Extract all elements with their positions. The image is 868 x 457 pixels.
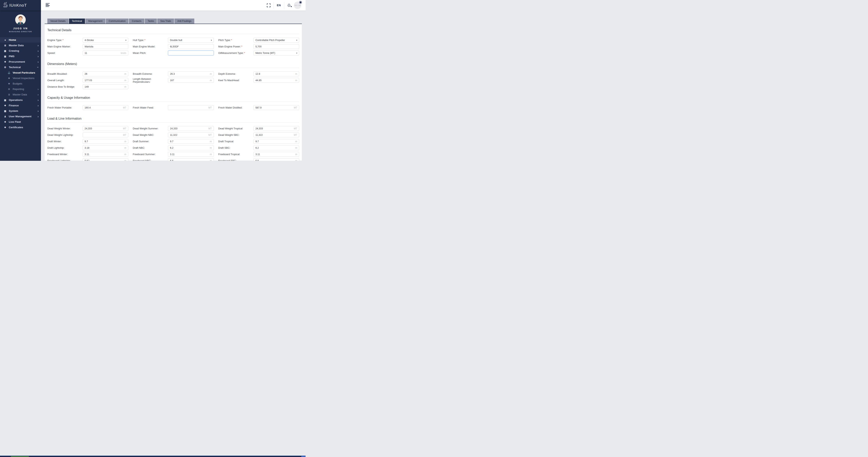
field-control[interactable]: 6.6 m ▾: [253, 158, 299, 161]
field-control[interactable]: 24,333 MT ▾: [83, 126, 128, 131]
tab[interactable]: Contacts: [129, 19, 144, 24]
field-control[interactable]: 6L50DF ▾: [168, 44, 214, 49]
tab[interactable]: Sea Trials: [157, 19, 174, 24]
field-control[interactable]: 177.03 m ▾: [83, 78, 128, 83]
field-control[interactable]: Controllable Pitch Propeller ▾: [253, 38, 299, 42]
field-value: 160.4: [85, 106, 91, 109]
notifications-bell-icon[interactable]: [287, 3, 291, 7]
tab[interactable]: Vessel Details: [48, 19, 69, 24]
field-control[interactable]: 6.6 m ▾: [168, 158, 214, 161]
field-label: Mean Pitch:*: [133, 52, 168, 54]
header-avatar[interactable]: 100 × 100: [294, 2, 301, 9]
tab[interactable]: Technical: [69, 19, 85, 24]
field-control[interactable]: 11,322 MT ▾: [253, 133, 299, 137]
field-control[interactable]: 3.11 m ▾: [168, 152, 214, 157]
field-label: Speed:*: [48, 52, 83, 54]
field-control[interactable]: 9.7 m ▾: [83, 139, 128, 144]
field-control[interactable]: 12.8 m ▾: [253, 72, 299, 76]
field-value: Metric Tonne (MT): [255, 52, 275, 54]
field-control[interactable]: 11,322 MT ▾: [168, 133, 214, 137]
sidebar-item[interactable]: ❖ Procurement ›: [0, 59, 41, 64]
field-control[interactable]: 6.2 m ▾: [168, 145, 214, 150]
field-value: 5,700: [255, 45, 261, 48]
field-control[interactable]: 24,333 MT ▾: [168, 126, 214, 131]
sidebar-item[interactable]: ▣ Operations ›: [0, 97, 41, 103]
sidebar-item[interactable]: ≣ Master Data ›: [0, 92, 41, 97]
field-control[interactable]: 167 m ▾: [168, 78, 214, 83]
sidebar-item[interactable]: ❖ Live Fleet ›: [0, 119, 41, 124]
field-label: Depth Extreme:*: [218, 73, 253, 75]
field-label: Length Between Perpendiculars:*: [133, 78, 168, 83]
field-control[interactable]: 6.2 m ▾: [253, 145, 299, 150]
field-control[interactable]: Double hull ▾: [168, 38, 214, 42]
field-control[interactable]: 11 knots ▾: [83, 51, 128, 55]
sidebar-item[interactable]: ▣ PMS ›: [0, 54, 41, 59]
field-label: Dead Weight NBC:*: [133, 134, 168, 136]
user-avatar[interactable]: [15, 15, 26, 25]
field-label: Fresh Water Distilled:*: [218, 106, 253, 109]
freeboard-winter: Freeboard Winter:* 3.11 m ▾: [48, 152, 128, 157]
field-control[interactable]: Wartsila ▾: [83, 44, 128, 49]
field-control[interactable]: ▾: [168, 51, 214, 55]
field-value: 26: [85, 73, 87, 75]
sidebar-item[interactable]: ⚙ Technical ›: [0, 65, 41, 70]
sidebar-item[interactable]: ≣ Master Data ›: [0, 43, 41, 48]
field-control[interactable]: Metric Tonne (MT) ▾: [253, 51, 299, 55]
sidebar-item[interactable]: ⚙ Reporting ›: [0, 86, 41, 92]
sidebar-item[interactable]: ❖ Certificates ›: [0, 125, 41, 130]
field-control[interactable]: 24,333 MT ▾: [253, 126, 299, 131]
sidebar-item[interactable]: ❖ Budgets ›: [0, 81, 41, 86]
language-selector[interactable]: EN: [277, 4, 281, 7]
field-unit: m: [124, 160, 126, 161]
field-control[interactable]: 160.4 MT ▾: [83, 105, 128, 110]
sidebar-item[interactable]: ▣ Crewing ›: [0, 48, 41, 54]
field-control[interactable]: 3.11 m ▾: [83, 152, 128, 157]
menu-toggle-icon[interactable]: [45, 3, 50, 7]
sidebar-item[interactable]: ▦ System ›: [0, 108, 41, 114]
field-control[interactable]: 26.3 m ▾: [168, 72, 214, 76]
field-control[interactable]: MT ▾: [168, 105, 214, 110]
chevron-icon: ›: [37, 67, 39, 68]
field-control[interactable]: MT ▾: [83, 133, 128, 137]
field-value: 11,322: [170, 134, 177, 136]
fullscreen-icon[interactable]: [267, 3, 271, 7]
field-control[interactable]: 9.62 m ▾: [83, 158, 128, 161]
sidebar-item[interactable]: ⚓ Vessel Particulars ›: [0, 70, 41, 75]
tab[interactable]: Communication: [106, 19, 129, 24]
field-control[interactable]: 149 m ▾: [83, 84, 128, 89]
field-control[interactable]: 5,700 ▾: [253, 44, 299, 49]
field-control[interactable]: 9.7 m ▾: [168, 139, 214, 144]
dropdown-caret-icon: ▾: [211, 39, 212, 41]
chevron-icon: ›: [38, 110, 39, 112]
field-control[interactable]: 26 m ▾: [83, 72, 128, 76]
field-label: Draft Lightship:*: [48, 146, 83, 149]
field-control[interactable]: 3.11 m ▾: [253, 152, 299, 157]
field-control[interactable]: 4-Stroke ▾: [83, 38, 128, 42]
sidebar-item[interactable]: ♟ User Management ›: [0, 114, 41, 119]
field-control[interactable]: 9.7 m ▾: [253, 139, 299, 144]
tab-label: Management: [88, 20, 102, 23]
field-control[interactable]: 44.85 m ▾: [253, 78, 299, 83]
tab[interactable]: Management: [85, 19, 105, 24]
field-unit: MT: [208, 106, 212, 109]
top-bar: EN 100 × 100: [41, 0, 306, 10]
field-value: Double hull: [170, 39, 182, 41]
sidebar-item[interactable]: ❖ Vessel Inspections ›: [0, 76, 41, 81]
tab[interactable]: Anti Foulings: [175, 19, 194, 24]
field-control[interactable]: 587.9 MT ▾: [253, 105, 299, 110]
app-logo[interactable]: IUnKnoT: [0, 0, 41, 10]
sidebar-item[interactable]: ● Home ›: [0, 37, 41, 42]
field-value: 24,333: [85, 127, 92, 130]
user-role: MANAGING DIRECTOR: [0, 31, 41, 33]
tab-label: Contacts: [132, 20, 141, 23]
field-label: Main Engine Power:*: [218, 45, 253, 48]
box-icon: ❖: [3, 121, 7, 123]
divider: [274, 2, 274, 8]
field-label: Freeboard NBC:*: [133, 159, 168, 161]
tab[interactable]: Tanks: [145, 19, 157, 24]
main-area: EN 100 × 100 Vessel Details: [41, 0, 306, 161]
sidebar-item[interactable]: ❖ Finance ›: [0, 103, 41, 108]
field-control[interactable]: 3.18 m ▾: [83, 145, 128, 150]
chevron-icon: ›: [38, 115, 39, 118]
field-label: Freeboard Tropical:*: [218, 153, 253, 156]
